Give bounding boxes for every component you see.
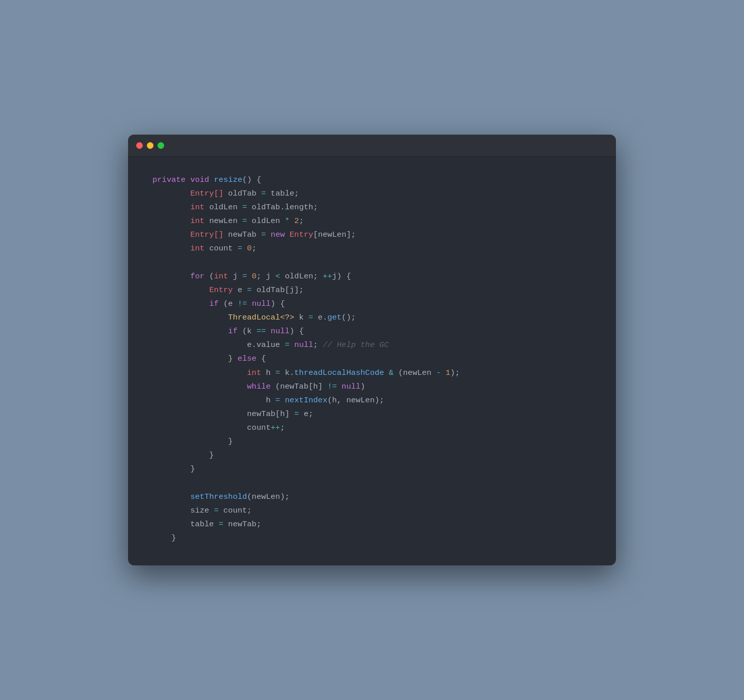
close-button[interactable] [136, 142, 143, 149]
code-line-13: e.value = null; // Help the GC [152, 338, 592, 352]
code-line-15: int h = k.threadLocalHashCode & (newLen … [152, 366, 592, 380]
code-line-26: table = newTab; [152, 518, 592, 531]
code-line-16: while (newTab[h] != null) [152, 380, 592, 394]
code-line-3: int oldLen = oldTab.length; [152, 201, 592, 214]
code-line-25: size = count; [152, 504, 592, 518]
code-line-10: if (e != null) { [152, 297, 592, 311]
code-line-21: } [152, 449, 592, 462]
code-line-20: } [152, 435, 592, 449]
code-window: private void resize() { Entry[] oldTab =… [128, 135, 616, 565]
code-line-4: int newLen = oldLen * 2; [152, 214, 592, 228]
code-line-9: Entry e = oldTab[j]; [152, 283, 592, 297]
code-line-22: } [152, 462, 592, 476]
maximize-button[interactable] [158, 142, 164, 149]
code-line-14: } else { [152, 352, 592, 366]
code-line-6: int count = 0; [152, 242, 592, 256]
code-line-7 [152, 256, 592, 270]
titlebar [128, 135, 616, 157]
code-line-5: Entry[] newTab = new Entry[newLen]; [152, 228, 592, 242]
code-line-11: ThreadLocal<?> k = e.get(); [152, 311, 592, 325]
code-line-17: h = nextIndex(h, newLen); [152, 394, 592, 407]
code-line-18: newTab[h] = e; [152, 407, 592, 421]
code-line-8: for (int j = 0; j < oldLen; ++j) { [152, 270, 592, 283]
code-editor: private void resize() { Entry[] oldTab =… [128, 157, 616, 565]
minimize-button[interactable] [147, 142, 153, 149]
code-line-27: } [152, 531, 592, 545]
code-line-12: if (k == null) { [152, 325, 592, 338]
code-line-1: private void resize() { [152, 173, 592, 187]
code-line-19: count++; [152, 421, 592, 435]
code-line-24: setThreshold(newLen); [152, 490, 592, 504]
code-line-2: Entry[] oldTab = table; [152, 187, 592, 201]
code-line-23 [152, 476, 592, 490]
